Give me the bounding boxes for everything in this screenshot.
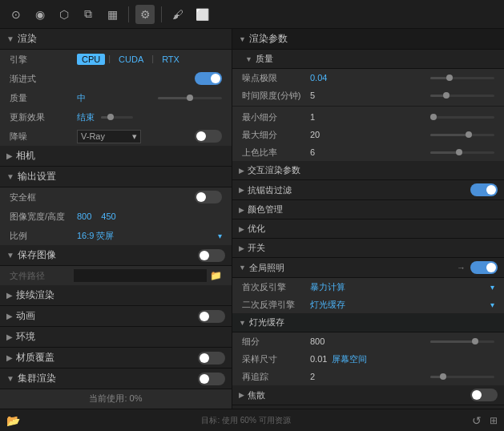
engine-cpu-button[interactable]: CPU — [77, 54, 105, 65]
camera-params-section[interactable]: ▶ 高级相机参数 — [232, 405, 504, 409]
continue-render-section[interactable]: ▶ 接续渲染 — [0, 285, 232, 306]
quality-sub-header[interactable]: ▼ 质量 — [232, 50, 504, 69]
gi-section[interactable]: ▼ 全局照明 → — [232, 258, 504, 278]
grid-icon[interactable]: ⊞ — [490, 415, 498, 426]
render-title: 渲染 — [18, 32, 37, 46]
render-section-header[interactable]: ▼ 渲染 — [0, 29, 232, 50]
switch-section[interactable]: ▶ 开关 — [232, 239, 504, 258]
optimize-section[interactable]: ▶ 优化 — [232, 220, 504, 239]
denoiser-toggle[interactable] — [470, 183, 498, 196]
caustics-toggle[interactable] — [470, 389, 498, 401]
denoiser-label: 抗锯齿过滤 — [248, 184, 292, 196]
quality-label: 质量 — [10, 92, 74, 104]
noise-limit-slider[interactable] — [430, 77, 494, 79]
engine-rtx-button[interactable]: RTX — [157, 54, 184, 65]
target-text: 目标: 使用 60% 可用资源 — [201, 415, 290, 426]
animation-section[interactable]: ▶ 动画 — [0, 306, 232, 327]
output-section[interactable]: ▼ 输出设置 — [0, 167, 232, 187]
light-cache-arrow: ▼ — [239, 319, 246, 327]
max-subdivs-row: 最大细分 20 — [232, 126, 504, 143]
primary-engine-value: 暴力计算 — [310, 281, 345, 293]
brush-icon[interactable]: 🖌 — [168, 5, 187, 24]
min-subdivs-label: 最小细分 — [242, 111, 310, 123]
color-ratio-value: 6 — [310, 147, 315, 157]
image-icon[interactable]: ▦ — [103, 5, 122, 24]
continue-render-label: 接续渲染 — [16, 288, 54, 302]
update-slider[interactable] — [101, 116, 133, 119]
interactive-section[interactable]: ▶ 交互渲染参数 — [232, 161, 504, 180]
lc-subdivs-slider[interactable] — [430, 340, 494, 343]
quality-slider[interactable] — [158, 97, 222, 99]
environment-section[interactable]: ▶ 环境 — [0, 327, 232, 348]
denoiser-section[interactable]: ▶ 抗锯齿过滤 — [232, 180, 504, 200]
file-path-input[interactable] — [74, 269, 207, 282]
caustics-section[interactable]: ▶ 焦散 — [232, 385, 504, 405]
color-mgmt-arrow: ▶ — [239, 206, 244, 214]
file-path-label: 文件路径 — [10, 270, 74, 282]
animation-toggle[interactable] — [198, 310, 225, 323]
environment-arrow: ▶ — [6, 332, 13, 341]
color-mgmt-section[interactable]: ▶ 颜色管理 — [232, 200, 504, 220]
mode-label: 渐进式 — [10, 73, 74, 85]
noise-row: 降噪 V-Ray ▾ — [0, 127, 232, 146]
min-subdivs-value: 1 — [310, 112, 315, 122]
max-subdivs-label: 最大细分 — [242, 129, 310, 141]
cube-icon[interactable]: ⬡ — [54, 5, 74, 24]
folder-icon[interactable]: 📁 — [210, 270, 222, 281]
params-title: 渲染参数 — [249, 32, 288, 46]
refresh-icon[interactable]: ↺ — [472, 414, 482, 427]
toolbar: ⊙ ◉ ⬡ ⧉ ▦ ⚙ 🖌 ⬜ — [0, 0, 504, 29]
cluster-section[interactable]: ▼ 集群渲染 — [0, 369, 232, 389]
animation-arrow: ▶ — [6, 312, 13, 320]
render-arrow: ▼ — [6, 34, 14, 43]
color-ratio-row: 上色比率 6 — [232, 143, 504, 161]
progress-text: 当前使用: 0% — [89, 393, 142, 403]
sample-size-extra: 屏幕空间 — [332, 353, 367, 365]
bottom-bar: 📂 目标: 使用 60% 可用资源 ↺ ⊞ — [0, 409, 504, 431]
main-content: ▼ 渲染 引擎 CPU | CUDA | RTX 渐进式 质量 中 — [0, 29, 504, 409]
layers-icon[interactable]: ⧉ — [79, 5, 98, 24]
max-subdivs-slider[interactable] — [430, 134, 494, 136]
safe-frame-toggle[interactable] — [195, 191, 222, 203]
noise-toggle[interactable] — [195, 130, 222, 143]
retrace-slider[interactable] — [430, 376, 494, 378]
color-ratio-slider[interactable] — [430, 151, 494, 154]
switch-arrow: ▶ — [239, 244, 244, 252]
render-params-header[interactable]: ▼ 渲染参数 — [232, 29, 504, 50]
window-icon[interactable]: ⬜ — [192, 5, 212, 24]
time-limit-label: 时间限度(分钟) — [242, 90, 310, 102]
mode-toggle[interactable] — [195, 72, 222, 85]
secondary-dropdown-arrow[interactable]: ▾ — [490, 300, 494, 309]
lc-subdivs-value: 800 — [310, 336, 325, 346]
color-mgmt-label: 颜色管理 — [248, 203, 283, 216]
material-section[interactable]: ▶ 材质覆盖 — [0, 348, 232, 369]
lc-subdivs-label: 细分 — [242, 336, 310, 348]
settings-icon[interactable]: ⚙ — [135, 5, 155, 24]
camera-label: 相机 — [16, 149, 35, 163]
camera-section[interactable]: ▶ 相机 — [0, 146, 232, 167]
interactive-label: 交互渲染参数 — [248, 164, 300, 176]
gi-toggle[interactable] — [470, 261, 498, 274]
engine-cuda-button[interactable]: CUDA — [114, 54, 148, 65]
folder-bottom-icon[interactable]: 📂 — [6, 414, 20, 427]
caustics-arrow: ▶ — [239, 391, 244, 399]
color-ratio-label: 上色比率 — [242, 147, 310, 159]
min-subdivs-slider[interactable] — [430, 116, 494, 119]
engine-label: 引擎 — [10, 54, 74, 66]
ratio-dropdown-arrow[interactable]: ▾ — [218, 232, 222, 240]
cluster-toggle[interactable] — [198, 373, 225, 385]
light-cache-section[interactable]: ▼ 灯光缓存 — [232, 313, 504, 332]
sphere-icon[interactable]: ◉ — [30, 5, 50, 24]
material-toggle[interactable] — [198, 352, 225, 365]
sample-size-label: 采样尺寸 — [242, 353, 310, 365]
progress-section: 当前使用: 0% — [0, 389, 232, 408]
gi-arrow: ▼ — [239, 264, 246, 272]
time-limit-slider[interactable] — [430, 95, 494, 97]
right-panel: ▼ 渲染参数 ▼ 质量 噪点极限 0.04 时间限度(分钟) 5 — [232, 29, 504, 409]
noise-dropdown[interactable]: V-Ray ▾ — [77, 130, 192, 143]
save-image-section[interactable]: ▼ 保存图像 — [0, 245, 232, 266]
secondary-engine-value: 灯光缓存 — [310, 299, 345, 311]
primary-dropdown-arrow[interactable]: ▾ — [490, 283, 494, 292]
save-image-toggle[interactable] — [198, 249, 225, 262]
circle-icon[interactable]: ⊙ — [6, 5, 26, 24]
